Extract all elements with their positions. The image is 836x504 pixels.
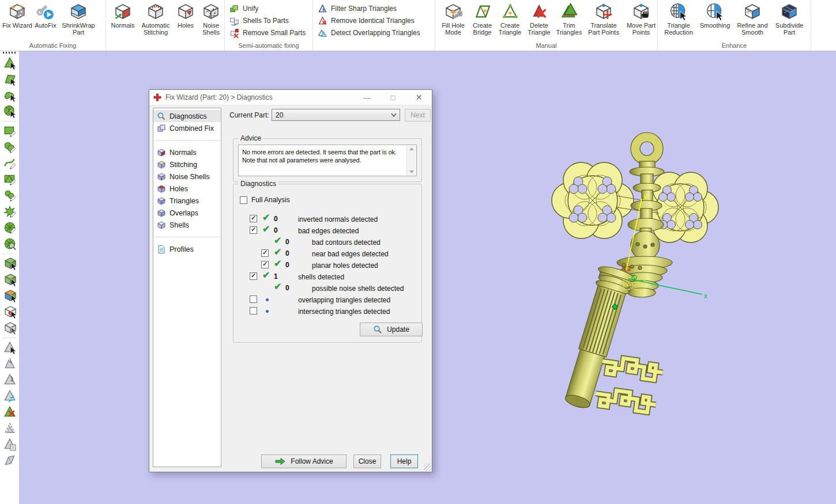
shrinkwrap-part-button[interactable]: ShrinkWrap Part: [59, 1, 98, 36]
button-label: Translate Part Points: [584, 22, 623, 36]
close-button[interactable]: Close: [353, 454, 381, 468]
advice-scrollbar[interactable]: [406, 146, 416, 175]
fix-wizard-dialog: Fix Wizard (Part: 20) > Diagnostics — □ …: [149, 89, 432, 472]
remove-identical-triangles-button[interactable]: Remove Identical Triangles: [318, 16, 435, 26]
fill-hole-mode-button[interactable]: Fill Hole Mode: [438, 1, 469, 36]
autofix-button[interactable]: AutoFix: [32, 1, 59, 29]
remove-small-parts-button[interactable]: Remove Small Parts: [229, 28, 312, 38]
shrinkwrap-part-icon: [69, 2, 88, 21]
normals-button[interactable]: Normals: [108, 1, 137, 29]
next-part-button[interactable]: Next: [405, 109, 431, 122]
window-close-button[interactable]: ✕: [406, 90, 432, 105]
sidebar-item-triangles[interactable]: Triangles: [153, 195, 221, 207]
checkbox-shells-detected[interactable]: [250, 272, 257, 280]
magnifier-icon: [373, 325, 382, 334]
follow-advice-button[interactable]: Follow Advice: [261, 454, 347, 468]
triangle-flip-icon[interactable]: [3, 373, 17, 386]
mark-star-icon[interactable]: [3, 204, 17, 218]
dialog-title-bar[interactable]: Fix Wizard (Part: 20) > Diagnostics — □ …: [149, 90, 432, 105]
refine-and-smooth-icon: [743, 2, 762, 21]
plane-tool-icon[interactable]: [3, 453, 17, 467]
current-part-select[interactable]: 20: [272, 109, 400, 121]
ribbon-toolbar: Fix WizardAutoFixShrinkWrap PartAutomati…: [0, 0, 836, 51]
combined-fix-icon: [157, 124, 166, 133]
button-label: Automatic Stitching: [137, 22, 174, 36]
update-button[interactable]: Update: [360, 323, 423, 336]
diagnostics-icon: [157, 112, 166, 121]
full-analysis-checkbox[interactable]: [240, 196, 247, 204]
triangle-select-icon[interactable]: [3, 340, 17, 354]
sidebar-item-diagnostics[interactable]: Diagnostics: [153, 110, 221, 122]
mark-curve-icon[interactable]: [3, 156, 17, 170]
unify-button[interactable]: Unify: [229, 3, 312, 14]
sidebar-item-normals[interactable]: Normals: [153, 146, 221, 158]
sidebar-item-shells[interactable]: Shells: [153, 219, 221, 231]
key-3d-model[interactable]: y z WCS x: [536, 127, 732, 501]
detect-overlapping-triangles-button[interactable]: Detect Overlapping Triangles: [318, 28, 435, 38]
window-minimize-button[interactable]: —: [354, 90, 380, 105]
select-plane-icon[interactable]: [3, 72, 17, 86]
select-triangle-icon[interactable]: [3, 56, 17, 70]
move-part-points-button[interactable]: Move Part Points: [623, 1, 659, 36]
shells-to-parts-icon: [229, 16, 239, 26]
triangle-dashed-icon[interactable]: [3, 421, 17, 435]
scroll-up-icon[interactable]: [409, 147, 414, 150]
refine-and-smooth-button[interactable]: Refine and Smooth: [733, 1, 772, 36]
sidebar-item-stitching[interactable]: Stitching: [153, 158, 221, 170]
select-surface-icon[interactable]: [3, 88, 17, 102]
filter-sharp-triangles-button[interactable]: Filter Sharp Triangles: [318, 3, 435, 14]
sidebar-item-combined-fix[interactable]: Combined Fix: [153, 122, 221, 134]
sidebar-item-noise-shells[interactable]: Noise Shells: [153, 170, 221, 183]
fix-wizard-button[interactable]: Fix Wizard: [2, 1, 32, 29]
holes-button[interactable]: Holes: [174, 1, 197, 29]
create-bridge-button[interactable]: Create Bridge: [469, 1, 496, 36]
mark-points-icon[interactable]: [3, 188, 17, 202]
diagnostic-label: bad edges detected: [298, 227, 359, 235]
check-icon: ✔: [262, 223, 270, 234]
group-label: Manual: [435, 42, 657, 49]
zoom-selection-icon[interactable]: [3, 237, 17, 251]
triangle-properties-icon[interactable]: [3, 437, 17, 451]
triangle-delete-icon[interactable]: [3, 405, 17, 419]
smoothing-button[interactable]: Smoothing: [697, 1, 733, 29]
mark-rectangle-icon[interactable]: [3, 124, 17, 138]
subdivide-part-button[interactable]: Subdivide Part: [772, 1, 807, 36]
automatic-stitching-button[interactable]: Automatic Stitching: [137, 1, 174, 36]
select-shell-icon[interactable]: [3, 104, 17, 118]
delete-triangle-button[interactable]: Delete Triangle: [524, 1, 554, 36]
triangle-swap-icon[interactable]: [3, 389, 17, 403]
profiles-icon: [157, 245, 166, 254]
sidebar-item-holes[interactable]: Holes: [153, 183, 221, 195]
toolbar-drag-handle-icon[interactable]: [3, 52, 17, 54]
scroll-down-icon[interactable]: [409, 170, 414, 173]
checkbox-intersecting-triangles-detected[interactable]: [250, 307, 257, 314]
checkbox-bad-edges-detected[interactable]: [250, 226, 257, 234]
triangle-crumple-icon[interactable]: [3, 357, 17, 370]
select-part-ghost-icon[interactable]: [3, 321, 17, 335]
advice-groupbox: Advice No more errors are detected. It s…: [233, 138, 422, 182]
translate-part-points-button[interactable]: Translate Part Points: [584, 1, 623, 36]
checkbox-inverted-normals-detected[interactable]: [250, 215, 257, 222]
select-part-window-icon[interactable]: [3, 272, 17, 286]
dialog-sidebar: DiagnosticsCombined FixNormalsStitchingN…: [153, 108, 221, 467]
sidebar-item-overlaps[interactable]: Overlaps: [153, 207, 221, 219]
select-part-inner-icon[interactable]: [3, 305, 17, 319]
sidebar-item-profiles[interactable]: Profiles: [153, 243, 221, 255]
triangle-reduction-button[interactable]: Triangle Reduction: [660, 1, 697, 36]
select-part-color-icon[interactable]: [3, 289, 17, 302]
mark-window-icon[interactable]: [3, 172, 17, 186]
window-maximize-button[interactable]: □: [380, 90, 406, 105]
noise-shells-button[interactable]: Noise Shells: [197, 1, 225, 36]
diagnostic-label: planar holes detected: [312, 262, 378, 270]
mark-freeform-icon[interactable]: [3, 140, 17, 154]
help-button[interactable]: Help: [390, 454, 418, 468]
checkbox-near-bad-edges-detected[interactable]: [261, 249, 269, 257]
create-triangle-button[interactable]: Create Triangle: [496, 1, 524, 36]
resize-grip-icon[interactable]: [424, 464, 431, 471]
select-part-icon[interactable]: [3, 256, 17, 270]
checkbox-overlapping-triangles-detected[interactable]: [250, 295, 257, 303]
mark-wheel-icon[interactable]: [3, 221, 17, 234]
checkbox-planar-holes-detected[interactable]: [261, 261, 269, 268]
shells-to-parts-button[interactable]: Shells To Parts: [229, 16, 312, 26]
trim-triangles-button[interactable]: Trim Triangles: [554, 1, 584, 36]
